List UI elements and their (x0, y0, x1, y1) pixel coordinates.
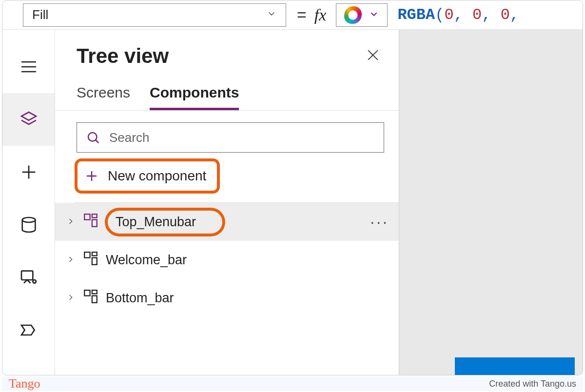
more-menu[interactable]: ··· (370, 213, 389, 231)
svg-rect-20 (92, 257, 97, 264)
tree-item-label: Welcome_bar (106, 253, 187, 268)
nav-rail (2, 30, 55, 375)
layers-icon (19, 110, 39, 129)
database-icon (19, 215, 39, 235)
component-icon (82, 212, 99, 232)
svg-rect-22 (92, 290, 97, 294)
new-component-button[interactable]: New component (75, 158, 220, 194)
footer: Tango Created with Tango.us (2, 376, 583, 391)
fx-button[interactable]: fx (314, 6, 327, 24)
tree-item-label: Top_Menubar (105, 208, 225, 236)
expand-toggle[interactable] (66, 253, 76, 268)
svg-rect-21 (84, 290, 90, 295)
component-icon (82, 250, 99, 270)
svg-point-6 (22, 217, 35, 222)
property-dropdown[interactable]: Fill (23, 3, 286, 27)
search-input[interactable] (109, 130, 375, 145)
plus-icon (84, 169, 99, 183)
tree-view-tabs: Screens Components (55, 72, 399, 111)
nav-insert[interactable] (2, 146, 55, 198)
nav-tree-view[interactable] (2, 93, 55, 146)
svg-rect-18 (84, 252, 90, 257)
footer-credit: Created with Tango.us (489, 379, 576, 389)
tree-item-label: Bottom_bar (106, 291, 174, 306)
svg-line-12 (96, 140, 98, 143)
nav-flows[interactable] (2, 304, 55, 356)
equals-label: = (297, 5, 307, 24)
search-icon (86, 130, 100, 145)
tree-item-top-menubar[interactable]: Top_Menubar ··· (55, 203, 399, 241)
component-icon (82, 288, 99, 308)
flow-icon (19, 320, 39, 340)
component-list: Top_Menubar ··· Welcome_bar Bottom_bar (55, 203, 399, 317)
tango-logo: Tango (9, 376, 40, 391)
svg-point-11 (88, 133, 97, 141)
property-dropdown-value: Fill (32, 7, 48, 22)
svg-rect-23 (92, 295, 97, 302)
nav-data[interactable] (2, 198, 55, 251)
new-component-label: New component (108, 168, 206, 184)
tree-view-title: Tree view (77, 44, 169, 68)
svg-rect-15 (84, 214, 90, 219)
hamburger-icon (19, 57, 39, 77)
tab-components[interactable]: Components (150, 84, 239, 110)
svg-rect-7 (21, 271, 33, 280)
svg-rect-17 (92, 219, 97, 226)
tree-item-bottom-bar[interactable]: Bottom_bar (55, 279, 399, 317)
nav-media[interactable] (2, 251, 55, 304)
svg-point-8 (33, 280, 36, 283)
canvas-area[interactable] (399, 30, 583, 375)
tree-view-panel: Tree view Screens Components New compone… (55, 30, 399, 375)
expand-toggle[interactable] (66, 215, 76, 230)
copilot-dropdown[interactable] (336, 3, 388, 27)
chevron-down-icon (266, 7, 277, 22)
close-button[interactable] (365, 47, 381, 65)
copilot-icon (344, 6, 362, 24)
svg-marker-3 (21, 112, 36, 120)
svg-rect-19 (92, 252, 97, 255)
expand-toggle[interactable] (66, 291, 76, 306)
chevron-down-icon (369, 9, 379, 21)
search-input-wrap[interactable] (77, 122, 384, 153)
media-icon (19, 268, 39, 287)
canvas-bottom-button[interactable] (455, 357, 575, 375)
formula-text[interactable]: RGBA(0, 0, 0, (397, 6, 519, 24)
formula-bar: Fill = fx RGBA(0, 0, 0, (2, 0, 583, 30)
svg-rect-16 (92, 214, 97, 217)
tree-item-welcome-bar[interactable]: Welcome_bar (55, 241, 399, 279)
close-icon (365, 47, 381, 63)
formula-fn: RGBA (397, 6, 435, 24)
tab-screens[interactable]: Screens (77, 84, 130, 110)
plus-icon (19, 162, 39, 182)
nav-hamburger[interactable] (2, 40, 55, 93)
